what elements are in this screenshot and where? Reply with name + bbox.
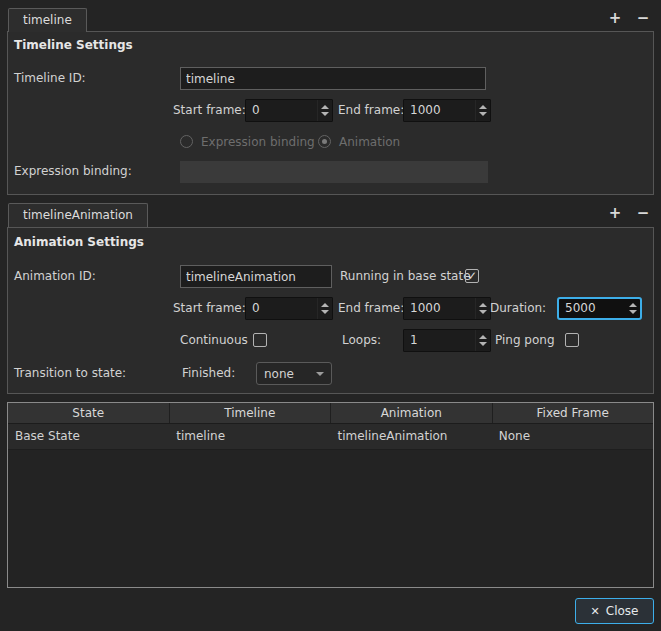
ping-pong-checkbox[interactable] <box>565 333 579 347</box>
animation-settings-title: Animation Settings <box>14 235 144 249</box>
expression-binding-input <box>180 161 488 183</box>
start-frame-spinbox[interactable]: 0 <box>245 297 333 320</box>
table-cell-state[interactable]: Base State <box>8 424 169 449</box>
chevron-down-icon <box>316 372 324 376</box>
add-animation-button[interactable]: + <box>604 203 626 223</box>
continuous-checkbox[interactable] <box>253 333 267 347</box>
end-frame-value: 1000 <box>404 100 475 121</box>
close-button-label: Close <box>606 604 639 618</box>
end-frame-value: 1000 <box>404 298 475 319</box>
table-cell-fixed-frame[interactable]: None <box>492 424 653 449</box>
add-timeline-button[interactable]: + <box>604 8 626 28</box>
duration-spinbox[interactable]: 5000 <box>557 297 642 320</box>
remove-timeline-button[interactable]: − <box>632 8 654 28</box>
state-timeline-table: State Timeline Animation Fixed Frame Bas… <box>7 402 654 588</box>
continuous-label: Continuous <box>180 329 248 352</box>
running-in-base-state-label: Running in base state <box>340 265 471 288</box>
timeline-settings-pane: Timeline Settings Timeline ID: Start fra… <box>7 31 654 195</box>
table-cell-animation[interactable]: timelineAnimation <box>331 424 492 449</box>
close-button[interactable]: ✕ Close <box>575 598 654 624</box>
expression-binding-radio <box>180 135 193 148</box>
spinner-arrows-icon[interactable] <box>317 298 332 319</box>
end-frame-spinbox[interactable]: 1000 <box>403 297 491 320</box>
start-frame-label: Start frame: <box>173 99 246 122</box>
end-frame-spinbox[interactable]: 1000 <box>403 99 491 122</box>
tab-timeline[interactable]: timeline <box>8 8 87 32</box>
timeline-id-label: Timeline ID: <box>14 67 86 90</box>
table-header-row: State Timeline Animation Fixed Frame <box>8 403 653 424</box>
remove-animation-button[interactable]: − <box>632 203 654 223</box>
check-icon: ✓ <box>466 270 478 282</box>
expression-binding-radio-label: Expression binding <box>201 131 315 154</box>
timeline-settings-title: Timeline Settings <box>14 38 133 52</box>
spinner-arrows-icon[interactable] <box>475 100 490 121</box>
table-row[interactable]: Base State timeline timelineAnimation No… <box>8 424 653 450</box>
spinner-arrows-icon[interactable] <box>625 299 640 318</box>
table-header-animation[interactable]: Animation <box>331 403 493 423</box>
transition-to-state-label: Transition to state: <box>14 362 126 385</box>
animation-radio-label: Animation <box>339 131 400 154</box>
timeline-settings-dialog: timeline + − Timeline Settings Timeline … <box>0 0 661 631</box>
duration-label: Duration: <box>490 297 546 320</box>
end-frame-label: End frame: <box>338 99 404 122</box>
table-cell-timeline[interactable]: timeline <box>169 424 330 449</box>
start-frame-value: 0 <box>246 298 317 319</box>
close-icon: ✕ <box>591 605 600 618</box>
loops-label: Loops: <box>342 329 381 352</box>
animation-id-label: Animation ID: <box>14 265 96 288</box>
ping-pong-label: Ping pong <box>495 329 555 352</box>
finished-state-value: none <box>264 367 294 381</box>
timeline-id-input[interactable] <box>180 67 486 90</box>
animation-radio <box>318 135 331 148</box>
table-header-fixed-frame[interactable]: Fixed Frame <box>493 403 654 423</box>
end-frame-label: End frame: <box>338 297 404 320</box>
finished-label: Finished: <box>182 362 235 385</box>
start-frame-spinbox[interactable]: 0 <box>245 99 333 122</box>
loops-value: 1 <box>404 330 475 351</box>
table-header-timeline[interactable]: Timeline <box>170 403 332 423</box>
duration-value: 5000 <box>559 299 625 318</box>
finished-state-dropdown[interactable]: none <box>256 362 332 385</box>
loops-spinbox[interactable]: 1 <box>403 329 491 352</box>
expression-binding-field-label: Expression binding: <box>14 160 132 183</box>
table-header-state[interactable]: State <box>8 403 170 423</box>
animation-settings-pane: Animation Settings Animation ID: Running… <box>7 227 654 394</box>
spinner-arrows-icon[interactable] <box>475 298 490 319</box>
spinner-arrows-icon[interactable] <box>317 100 332 121</box>
spinner-arrows-icon[interactable] <box>475 330 490 351</box>
start-frame-label: Start frame: <box>173 297 246 320</box>
animation-id-input[interactable] <box>180 265 332 288</box>
start-frame-value: 0 <box>246 100 317 121</box>
tab-timeline-animation[interactable]: timelineAnimation <box>8 203 148 227</box>
running-in-base-state-checkbox[interactable]: ✓ <box>465 269 479 283</box>
